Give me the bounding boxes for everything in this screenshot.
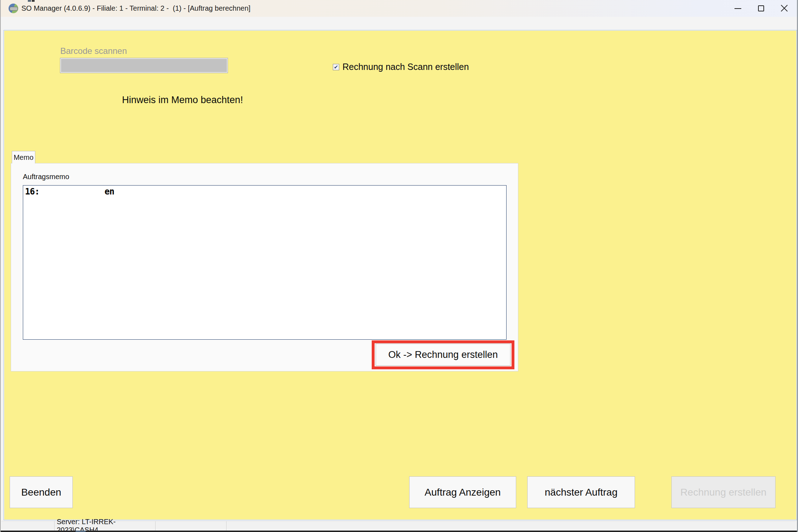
rechnung-erstellen-button-disabled: Rechnung erstellen	[671, 476, 776, 508]
checkmark-icon: ✔	[334, 64, 339, 70]
app-logo-icon	[9, 4, 18, 13]
taskbar-edge	[1, 531, 797, 532]
ok-rechnung-erstellen-label: Ok -> Rechnung erstellen	[388, 349, 498, 360]
memo-text-fragment: en	[105, 187, 114, 197]
beenden-label: Beenden	[21, 487, 61, 498]
menu-strip	[1, 17, 797, 30]
status-cell-empty	[156, 521, 227, 531]
window-title: SO Manager (4.0.6.9) - Filiale: 1 - Term…	[21, 4, 250, 12]
beenden-button[interactable]: Beenden	[10, 476, 73, 508]
minimize-button[interactable]	[726, 0, 749, 17]
minimize-icon	[735, 8, 741, 9]
rechnung-nach-scann-checkbox[interactable]: ✔	[333, 64, 339, 70]
auftrag-anzeigen-label: Auftrag Anzeigen	[425, 487, 500, 498]
rechnung-nach-scann-checkbox-row: ✔ Rechnung nach Scann erstellen	[333, 62, 469, 72]
status-bar: Server: LT-IRREK-2023\CASH4	[1, 521, 796, 531]
memo-panel: Auftragsmemo 16: en Ok -> Rechnung erste…	[11, 163, 518, 371]
titlebar: SO Manager (4.0.6.9) - Filiale: 1 - Term…	[1, 0, 797, 17]
status-cell-empty	[1, 521, 55, 531]
auftragsmemo-textarea[interactable]: 16: en	[23, 185, 507, 340]
barcode-input[interactable]	[60, 58, 228, 73]
ok-rechnung-erstellen-button[interactable]: Ok -> Rechnung erstellen	[376, 344, 510, 366]
maximize-button[interactable]	[749, 0, 773, 17]
tab-memo[interactable]: Memo	[12, 151, 35, 163]
close-button[interactable]	[773, 0, 796, 17]
tab-memo-label: Memo	[14, 153, 34, 162]
auftrag-anzeigen-button[interactable]: Auftrag Anzeigen	[409, 476, 516, 508]
desktop-artifact	[32, 0, 35, 2]
status-cell-server: Server: LT-IRREK-2023\CASH4	[55, 521, 156, 531]
close-icon	[781, 5, 788, 12]
rechnung-erstellen-label: Rechnung erstellen	[680, 487, 766, 498]
memo-notice-text: Hinweis im Memo beachten!	[122, 95, 243, 106]
taskbar-icon-fragment	[76, 531, 86, 532]
naechster-auftrag-button[interactable]: nächster Auftrag	[527, 476, 635, 508]
window-controls	[726, 0, 796, 17]
auftragsmemo-label: Auftragsmemo	[23, 173, 69, 181]
main-panel: Barcode scannen ✔ Rechnung nach Scann er…	[4, 30, 797, 520]
app-window: SO Manager (4.0.6.9) - Filiale: 1 - Term…	[0, 0, 798, 532]
status-cell-empty	[227, 521, 796, 531]
rechnung-nach-scann-label: Rechnung nach Scann erstellen	[342, 62, 469, 72]
desktop-artifact	[28, 0, 31, 2]
maximize-icon	[758, 5, 764, 11]
highlight-annotation-box: Ok -> Rechnung erstellen	[372, 340, 514, 369]
memo-text-fragment: 16:	[25, 187, 39, 197]
barcode-scannen-label: Barcode scannen	[60, 46, 127, 56]
naechster-auftrag-label: nächster Auftrag	[545, 487, 617, 498]
server-status-text: Server: LT-IRREK-2023\CASH4	[57, 518, 155, 532]
